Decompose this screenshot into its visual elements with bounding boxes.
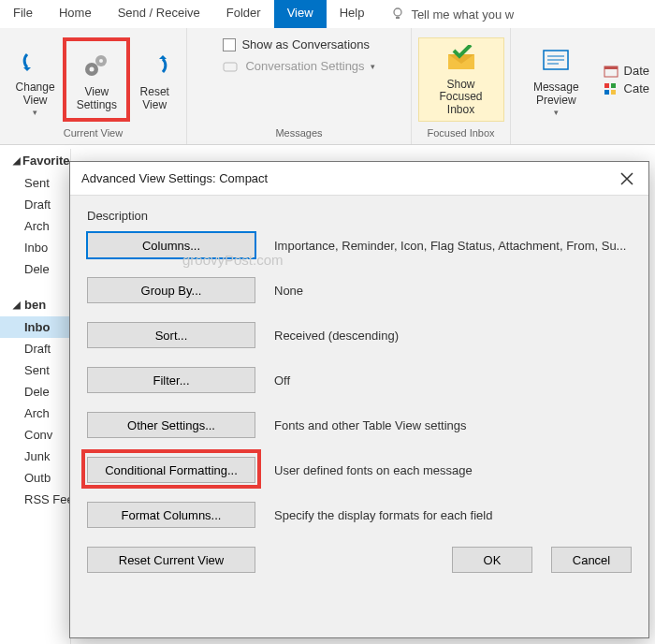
arrange-date-label: Date	[624, 64, 649, 78]
format-columns-value: Specify the display formats for each fie…	[274, 508, 632, 522]
list-item[interactable]: Arch	[0, 402, 70, 424]
group-label-messages: Messages	[275, 127, 322, 139]
ribbon: Change View▾ View Settings Reset View Cu…	[0, 28, 655, 145]
show-focused-inbox-button[interactable]: Show Focused Inbox	[418, 37, 504, 122]
list-item[interactable]: RSS Feeds	[0, 489, 70, 510]
list-item[interactable]: Conv	[0, 424, 70, 446]
arrange-cat-label: Cate	[624, 81, 649, 95]
other-settings-value: Fonts and other Table View settings	[274, 418, 632, 432]
conditional-formatting-button[interactable]: Conditional Formatting...	[87, 457, 255, 483]
checkbox-icon	[223, 38, 236, 51]
group-label-current-view: Current View	[64, 127, 123, 139]
reset-view-button[interactable]: Reset View	[128, 43, 181, 116]
change-view-icon	[22, 47, 50, 75]
account-label: ben	[24, 298, 46, 312]
conversation-settings-button: Conversation Settings ▾	[223, 59, 374, 73]
description-label: Description	[87, 209, 632, 223]
filter-value: Off	[274, 373, 632, 388]
group-messages: Show as Conversations Conversation Setti…	[187, 28, 412, 144]
message-preview-button[interactable]: Message Preview▾	[517, 38, 596, 121]
dialog-title-text: Advanced View Settings: Compact	[81, 171, 268, 185]
sort-button[interactable]: Sort...	[87, 322, 255, 348]
gear-icon	[80, 51, 112, 80]
group-arrangement: Message Preview▾ Date Cate	[511, 28, 655, 144]
group-label-focused-inbox: Focused Inbox	[427, 127, 494, 139]
show-conversations-toggle[interactable]: Show as Conversations	[223, 37, 370, 51]
focused-inbox-label: Show Focused Inbox	[425, 79, 498, 117]
list-item[interactable]: Outb	[0, 467, 70, 489]
account-folder-list: Inbo Draft Sent Dele Arch Conv Junk Outb…	[0, 316, 70, 510]
sort-value: Received (descending)	[274, 329, 632, 343]
columns-value: Importance, Reminder, Icon, Flag Status,…	[274, 239, 632, 253]
dialog-body: Description groovyPost.com Columns... Im…	[70, 196, 648, 637]
group-by-button[interactable]: Group By...	[87, 277, 255, 303]
list-item[interactable]: Dele	[0, 381, 70, 402]
folder-nav-pane: ◢ Favorites Sent Draft Arch Inbo Dele ◢ …	[0, 149, 71, 644]
format-columns-button[interactable]: Format Columns...	[87, 502, 255, 528]
list-item[interactable]: Inbo	[0, 316, 70, 338]
menu-folder[interactable]: Folder	[213, 0, 274, 28]
nav-favorites-header[interactable]: ◢ Favorites	[0, 149, 70, 172]
list-item[interactable]: Draft	[0, 338, 70, 359]
ok-button[interactable]: OK	[452, 547, 532, 573]
other-settings-button[interactable]: Other Settings...	[87, 412, 255, 438]
change-view-button[interactable]: Change View▾	[6, 38, 65, 121]
view-settings-label: View Settings	[72, 86, 121, 112]
list-item[interactable]: Sent	[0, 172, 70, 194]
filter-button[interactable]: Filter...	[87, 367, 255, 393]
reset-current-view-button[interactable]: Reset Current View	[87, 547, 255, 573]
svg-rect-16	[611, 90, 616, 95]
lightbulb-icon	[390, 7, 405, 22]
menu-view[interactable]: View	[274, 0, 327, 28]
menu-help[interactable]: Help	[327, 0, 378, 28]
favorites-list: Sent Draft Arch Inbo Dele	[0, 172, 70, 280]
nav-account-header[interactable]: ◢ ben	[0, 293, 70, 316]
columns-button[interactable]: Columns...	[87, 232, 255, 258]
group-focused-inbox: Show Focused Inbox Focused Inbox	[412, 28, 511, 144]
svg-rect-12	[604, 66, 618, 69]
conversation-settings-label: Conversation Settings	[245, 59, 364, 73]
menu-file[interactable]: File	[0, 0, 46, 28]
conditional-formatting-value: User defined fonts on each message	[274, 463, 632, 477]
calendar-icon	[604, 65, 619, 78]
svg-point-2	[90, 67, 95, 72]
focused-inbox-icon	[444, 45, 478, 73]
menu-home[interactable]: Home	[46, 0, 105, 28]
list-item[interactable]: Junk	[0, 446, 70, 467]
reset-view-label: Reset View	[134, 86, 175, 112]
message-preview-label: Message Preview	[522, 81, 590, 108]
list-item[interactable]: Inbo	[0, 237, 70, 258]
list-item[interactable]: Dele	[0, 258, 70, 280]
categories-icon	[604, 82, 619, 95]
view-settings-button[interactable]: View Settings	[66, 43, 126, 116]
caret-icon: ◢	[13, 300, 22, 310]
tell-me-label: Tell me what you w	[411, 7, 514, 22]
menu-send-receive[interactable]: Send / Receive	[105, 0, 213, 28]
svg-point-0	[394, 8, 401, 16]
svg-point-4	[99, 59, 103, 63]
favorites-label: Favorites	[22, 154, 71, 168]
close-button[interactable]	[617, 168, 637, 189]
list-item[interactable]: Draft	[0, 194, 70, 215]
group-current-view: Change View▾ View Settings Reset View Cu…	[0, 28, 187, 144]
svg-rect-5	[224, 63, 237, 71]
caret-icon: ◢	[13, 155, 21, 166]
arrange-by-date[interactable]: Date	[604, 64, 649, 78]
svg-rect-13	[604, 83, 609, 88]
svg-rect-14	[611, 83, 616, 88]
list-item[interactable]: Sent	[0, 359, 70, 381]
show-conversations-label: Show as Conversations	[241, 37, 370, 51]
svg-rect-15	[604, 90, 609, 95]
dialog-titlebar: Advanced View Settings: Compact	[70, 162, 648, 196]
reset-view-icon	[140, 51, 168, 80]
advanced-view-settings-dialog: Advanced View Settings: Compact Descript…	[69, 161, 649, 638]
change-view-label: Change View	[11, 81, 59, 108]
group-by-value: None	[274, 284, 632, 298]
arrange-by-categories[interactable]: Cate	[604, 81, 649, 95]
close-icon	[620, 172, 633, 185]
list-item[interactable]: Arch	[0, 215, 70, 237]
tell-me-search[interactable]: Tell me what you w	[377, 0, 527, 28]
conversation-icon	[223, 60, 240, 73]
main-menu-bar: File Home Send / Receive Folder View Hel…	[0, 0, 655, 28]
cancel-button[interactable]: Cancel	[551, 547, 632, 573]
